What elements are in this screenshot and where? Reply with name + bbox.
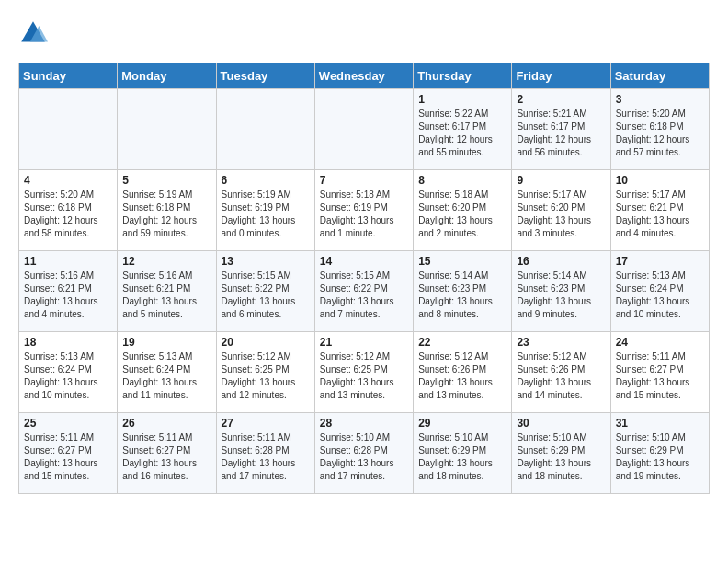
day-info: Sunrise: 5:10 AM Sunset: 6:29 PM Dayligh… xyxy=(616,431,704,483)
day-number: 13 xyxy=(222,255,310,268)
calendar-cell: 20Sunrise: 5:12 AM Sunset: 6:25 PM Dayli… xyxy=(216,332,314,413)
day-info: Sunrise: 5:13 AM Sunset: 6:24 PM Dayligh… xyxy=(24,350,112,402)
day-info: Sunrise: 5:18 AM Sunset: 6:20 PM Dayligh… xyxy=(418,189,506,240)
day-number: 7 xyxy=(320,174,408,187)
day-info: Sunrise: 5:16 AM Sunset: 6:21 PM Dayligh… xyxy=(122,270,210,321)
calendar-cell xyxy=(314,89,413,170)
day-info: Sunrise: 5:13 AM Sunset: 6:24 PM Dayligh… xyxy=(616,270,704,321)
day-number: 15 xyxy=(418,255,506,268)
day-number: 3 xyxy=(616,93,704,106)
day-number: 21 xyxy=(320,336,408,349)
logo-icon xyxy=(18,18,48,48)
calendar-table: SundayMondayTuesdayWednesdayThursdayFrid… xyxy=(18,63,710,494)
day-headers-row: SundayMondayTuesdayWednesdayThursdayFrid… xyxy=(19,63,710,89)
calendar-week-4: 18Sunrise: 5:13 AM Sunset: 6:24 PM Dayli… xyxy=(19,332,710,413)
day-header-wednesday: Wednesday xyxy=(314,63,413,89)
day-info: Sunrise: 5:10 AM Sunset: 6:29 PM Dayligh… xyxy=(418,431,506,483)
day-number: 11 xyxy=(24,255,112,268)
day-header-saturday: Saturday xyxy=(610,63,709,89)
day-number: 14 xyxy=(320,255,408,268)
calendar-cell: 1Sunrise: 5:22 AM Sunset: 6:17 PM Daylig… xyxy=(414,89,512,170)
day-number: 16 xyxy=(517,255,605,268)
day-info: Sunrise: 5:13 AM Sunset: 6:24 PM Dayligh… xyxy=(122,350,210,402)
calendar-cell: 23Sunrise: 5:12 AM Sunset: 6:26 PM Dayli… xyxy=(512,332,610,413)
day-info: Sunrise: 5:14 AM Sunset: 6:23 PM Dayligh… xyxy=(517,270,605,321)
day-number: 22 xyxy=(418,336,506,349)
day-number: 2 xyxy=(517,93,605,106)
day-info: Sunrise: 5:21 AM Sunset: 6:17 PM Dayligh… xyxy=(517,108,605,159)
calendar-cell: 17Sunrise: 5:13 AM Sunset: 6:24 PM Dayli… xyxy=(610,251,709,332)
day-number: 8 xyxy=(418,174,506,187)
day-info: Sunrise: 5:11 AM Sunset: 6:27 PM Dayligh… xyxy=(24,431,112,483)
day-header-thursday: Thursday xyxy=(414,63,512,89)
calendar-cell xyxy=(216,89,314,170)
calendar-week-2: 4Sunrise: 5:20 AM Sunset: 6:18 PM Daylig… xyxy=(19,170,710,251)
calendar-cell: 22Sunrise: 5:12 AM Sunset: 6:26 PM Dayli… xyxy=(414,332,512,413)
day-info: Sunrise: 5:10 AM Sunset: 6:28 PM Dayligh… xyxy=(320,431,408,483)
day-info: Sunrise: 5:22 AM Sunset: 6:17 PM Dayligh… xyxy=(418,108,506,159)
calendar-cell: 8Sunrise: 5:18 AM Sunset: 6:20 PM Daylig… xyxy=(414,170,512,251)
day-info: Sunrise: 5:12 AM Sunset: 6:26 PM Dayligh… xyxy=(418,350,506,402)
day-number: 18 xyxy=(24,336,112,349)
day-number: 27 xyxy=(222,417,310,430)
calendar-cell: 12Sunrise: 5:16 AM Sunset: 6:21 PM Dayli… xyxy=(118,251,216,332)
day-info: Sunrise: 5:11 AM Sunset: 6:27 PM Dayligh… xyxy=(122,431,210,483)
calendar-cell: 29Sunrise: 5:10 AM Sunset: 6:29 PM Dayli… xyxy=(414,413,512,494)
calendar-cell: 3Sunrise: 5:20 AM Sunset: 6:18 PM Daylig… xyxy=(610,89,709,170)
day-info: Sunrise: 5:20 AM Sunset: 6:18 PM Dayligh… xyxy=(616,108,704,159)
day-info: Sunrise: 5:19 AM Sunset: 6:18 PM Dayligh… xyxy=(122,189,210,240)
day-header-friday: Friday xyxy=(512,63,610,89)
calendar-week-5: 25Sunrise: 5:11 AM Sunset: 6:27 PM Dayli… xyxy=(19,413,710,494)
calendar-cell: 11Sunrise: 5:16 AM Sunset: 6:21 PM Dayli… xyxy=(19,251,118,332)
day-number: 28 xyxy=(320,417,408,430)
calendar-cell: 30Sunrise: 5:10 AM Sunset: 6:29 PM Dayli… xyxy=(512,413,610,494)
day-number: 5 xyxy=(122,174,210,187)
day-info: Sunrise: 5:12 AM Sunset: 6:25 PM Dayligh… xyxy=(222,350,310,402)
calendar-cell: 9Sunrise: 5:17 AM Sunset: 6:20 PM Daylig… xyxy=(512,170,610,251)
day-number: 6 xyxy=(222,174,310,187)
day-header-sunday: Sunday xyxy=(19,63,118,89)
day-info: Sunrise: 5:10 AM Sunset: 6:29 PM Dayligh… xyxy=(517,431,605,483)
calendar-cell: 31Sunrise: 5:10 AM Sunset: 6:29 PM Dayli… xyxy=(610,413,709,494)
day-number: 1 xyxy=(418,93,506,106)
day-info: Sunrise: 5:15 AM Sunset: 6:22 PM Dayligh… xyxy=(222,270,310,321)
day-info: Sunrise: 5:17 AM Sunset: 6:20 PM Dayligh… xyxy=(517,189,605,240)
day-info: Sunrise: 5:17 AM Sunset: 6:21 PM Dayligh… xyxy=(616,189,704,240)
day-header-tuesday: Tuesday xyxy=(216,63,314,89)
day-number: 25 xyxy=(24,417,112,430)
day-number: 17 xyxy=(616,255,704,268)
logo xyxy=(18,18,51,48)
calendar-cell: 13Sunrise: 5:15 AM Sunset: 6:22 PM Dayli… xyxy=(216,251,314,332)
day-number: 12 xyxy=(122,255,210,268)
calendar-cell: 16Sunrise: 5:14 AM Sunset: 6:23 PM Dayli… xyxy=(512,251,610,332)
day-info: Sunrise: 5:11 AM Sunset: 6:27 PM Dayligh… xyxy=(616,350,704,402)
day-number: 24 xyxy=(616,336,704,349)
calendar-cell: 7Sunrise: 5:18 AM Sunset: 6:19 PM Daylig… xyxy=(314,170,413,251)
calendar-cell xyxy=(118,89,216,170)
day-header-monday: Monday xyxy=(118,63,216,89)
day-info: Sunrise: 5:18 AM Sunset: 6:19 PM Dayligh… xyxy=(320,189,408,240)
calendar-cell: 15Sunrise: 5:14 AM Sunset: 6:23 PM Dayli… xyxy=(414,251,512,332)
day-number: 10 xyxy=(616,174,704,187)
day-info: Sunrise: 5:20 AM Sunset: 6:18 PM Dayligh… xyxy=(24,189,112,240)
day-info: Sunrise: 5:16 AM Sunset: 6:21 PM Dayligh… xyxy=(24,270,112,321)
calendar-cell: 26Sunrise: 5:11 AM Sunset: 6:27 PM Dayli… xyxy=(118,413,216,494)
calendar-cell: 27Sunrise: 5:11 AM Sunset: 6:28 PM Dayli… xyxy=(216,413,314,494)
calendar-cell xyxy=(19,89,118,170)
calendar-cell: 4Sunrise: 5:20 AM Sunset: 6:18 PM Daylig… xyxy=(19,170,118,251)
day-number: 29 xyxy=(418,417,506,430)
calendar-cell: 6Sunrise: 5:19 AM Sunset: 6:19 PM Daylig… xyxy=(216,170,314,251)
calendar-cell: 5Sunrise: 5:19 AM Sunset: 6:18 PM Daylig… xyxy=(118,170,216,251)
calendar-cell: 28Sunrise: 5:10 AM Sunset: 6:28 PM Dayli… xyxy=(314,413,413,494)
calendar-cell: 14Sunrise: 5:15 AM Sunset: 6:22 PM Dayli… xyxy=(314,251,413,332)
day-number: 19 xyxy=(122,336,210,349)
day-number: 31 xyxy=(616,417,704,430)
calendar-cell: 10Sunrise: 5:17 AM Sunset: 6:21 PM Dayli… xyxy=(610,170,709,251)
day-info: Sunrise: 5:12 AM Sunset: 6:25 PM Dayligh… xyxy=(320,350,408,402)
calendar-week-1: 1Sunrise: 5:22 AM Sunset: 6:17 PM Daylig… xyxy=(19,89,710,170)
day-number: 26 xyxy=(122,417,210,430)
day-info: Sunrise: 5:19 AM Sunset: 6:19 PM Dayligh… xyxy=(222,189,310,240)
calendar-cell: 24Sunrise: 5:11 AM Sunset: 6:27 PM Dayli… xyxy=(610,332,709,413)
day-info: Sunrise: 5:14 AM Sunset: 6:23 PM Dayligh… xyxy=(418,270,506,321)
day-number: 30 xyxy=(517,417,605,430)
